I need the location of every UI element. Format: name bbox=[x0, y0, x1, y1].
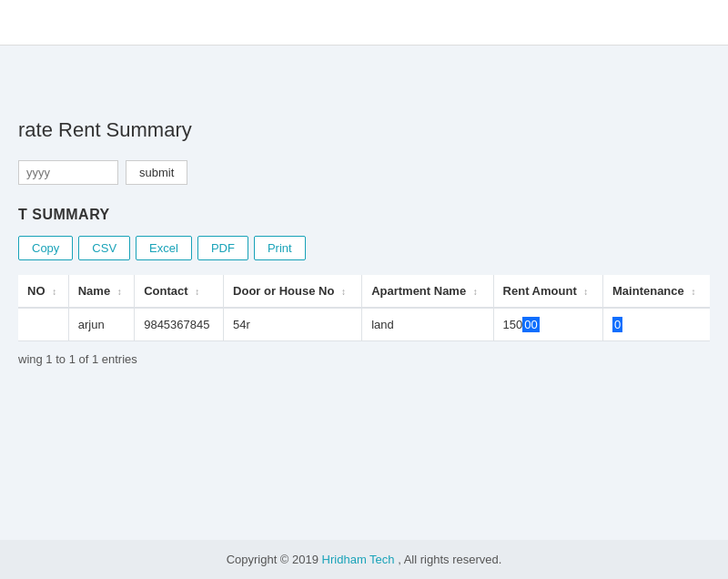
cell-rent: 15000 bbox=[493, 308, 602, 341]
sort-icon-apartment: ↕ bbox=[473, 287, 478, 297]
col-maintenance[interactable]: Maintenance ↕ bbox=[603, 275, 710, 308]
excel-button[interactable]: Excel bbox=[136, 236, 192, 260]
copy-button[interactable]: Copy bbox=[18, 236, 73, 260]
cell-no bbox=[18, 308, 68, 341]
sort-icon-door: ↕ bbox=[341, 287, 346, 297]
maintenance-selected: 0 bbox=[612, 317, 622, 332]
cell-door: 54r bbox=[224, 308, 362, 341]
footer-brand-link[interactable]: Hridham Tech bbox=[322, 553, 395, 566]
rent-prefix: 150 bbox=[503, 318, 523, 331]
sort-icon-no: ↕ bbox=[52, 287, 56, 297]
date-input[interactable] bbox=[18, 160, 118, 185]
cell-name: arjun bbox=[68, 308, 134, 341]
section-title: T SUMMARY bbox=[18, 207, 710, 223]
page-title: rate Rent Summary bbox=[18, 118, 710, 142]
col-name[interactable]: Name ↕ bbox=[68, 275, 134, 308]
date-form: submit bbox=[18, 160, 710, 185]
sort-icon-name: ↕ bbox=[117, 287, 122, 297]
col-apartment[interactable]: Apartment Name ↕ bbox=[362, 275, 493, 308]
table-header-row: NO ↕ Name ↕ Contact ↕ Door or House No ↕ bbox=[18, 275, 710, 308]
col-no[interactable]: NO ↕ bbox=[18, 275, 68, 308]
rent-selected: 00 bbox=[522, 317, 539, 332]
top-bar bbox=[0, 0, 728, 46]
table-info: wing 1 to 1 of 1 entries bbox=[18, 352, 710, 366]
rent-summary-table: NO ↕ Name ↕ Contact ↕ Door or House No ↕ bbox=[18, 275, 710, 341]
toolbar: Copy CSV Excel PDF Print bbox=[18, 236, 710, 260]
cell-apartment: land bbox=[362, 308, 493, 341]
sort-icon-rent: ↕ bbox=[583, 287, 588, 297]
csv-button[interactable]: CSV bbox=[78, 236, 130, 260]
col-contact[interactable]: Contact ↕ bbox=[135, 275, 224, 308]
cell-contact: 9845367845 bbox=[135, 308, 224, 341]
print-button[interactable]: Print bbox=[254, 236, 306, 260]
submit-button[interactable]: submit bbox=[126, 160, 187, 185]
table-row: arjun 9845367845 54r land 15000 0 bbox=[18, 308, 710, 341]
table-wrapper: NO ↕ Name ↕ Contact ↕ Door or House No ↕ bbox=[18, 275, 710, 341]
col-door[interactable]: Door or House No ↕ bbox=[224, 275, 362, 308]
footer: Copyright © 2019 Hridham Tech , All righ… bbox=[0, 540, 728, 579]
col-rent[interactable]: Rent Amount ↕ bbox=[493, 275, 602, 308]
pdf-button[interactable]: PDF bbox=[197, 236, 248, 260]
sort-icon-maintenance: ↕ bbox=[691, 287, 695, 297]
footer-suffix: , All rights reserved. bbox=[395, 553, 502, 566]
footer-text: Copyright © 2019 bbox=[227, 553, 322, 566]
cell-maintenance: 0 bbox=[603, 308, 710, 341]
sort-icon-contact: ↕ bbox=[195, 287, 199, 297]
